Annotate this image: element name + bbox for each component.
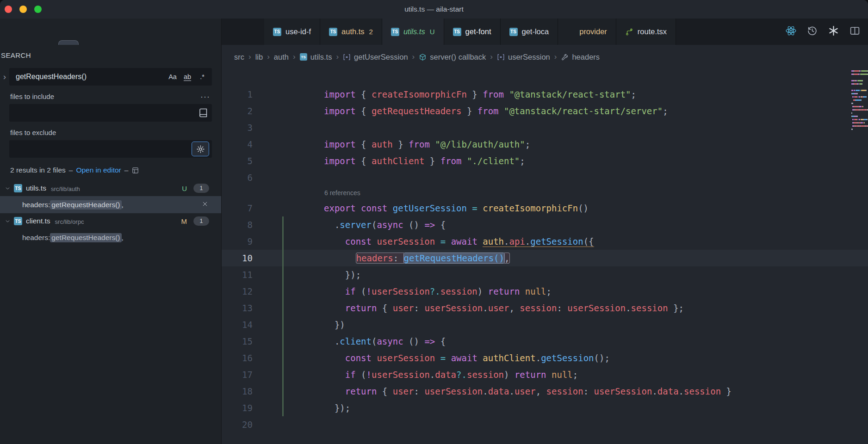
breadcrumb-item-userSession[interactable]: userSession — [497, 53, 550, 62]
tab-auth.ts[interactable]: TSauth.ts2 — [320, 18, 382, 45]
breadcrumb-item-utils.ts[interactable]: TSutils.ts — [300, 53, 332, 62]
exclude-settings-gear-icon[interactable] — [192, 142, 209, 156]
gutter — [253, 119, 324, 136]
code-line-5[interactable]: 5import { authClient } from "./client"; — [222, 153, 868, 169]
minimap[interactable] — [851, 70, 868, 135]
react-devtools-button[interactable] — [785, 25, 797, 38]
git-status-letter: M — [181, 217, 187, 225]
vscode-window: utils.ts — aila-start TSuse-id-fTSauth.t… — [0, 0, 868, 444]
history-icon — [806, 25, 818, 37]
tab-utils.ts[interactable]: TSutils.tsU — [382, 18, 444, 45]
line-number: 15 — [222, 333, 253, 350]
breadcrumb-separator: › — [412, 52, 415, 62]
code-line-3[interactable]: 3 — [222, 119, 868, 136]
code-text: .client(async () => { — [324, 333, 446, 350]
code-line-11[interactable]: 11 }); — [222, 266, 868, 283]
tab-provider[interactable]: provider — [558, 18, 616, 45]
search-details-dots-icon[interactable]: ··· — [200, 94, 210, 99]
tab-route.tsx[interactable]: route.tsx — [616, 18, 676, 45]
minimap-line — [851, 90, 868, 91]
search-input[interactable] — [15, 72, 164, 81]
close-window-button[interactable] — [5, 6, 12, 13]
zoom-window-button[interactable] — [34, 6, 42, 13]
tab-git-decoration: 2 — [369, 28, 373, 36]
match-case-toggle[interactable]: Aa — [167, 71, 179, 83]
code-line-14[interactable]: 14 }) — [222, 316, 868, 333]
code-line-12[interactable]: 12 if (!userSession?.session) return nul… — [222, 283, 868, 300]
timeline-history-button[interactable] — [806, 25, 818, 38]
toggle-replace-chevron-icon[interactable]: › — [0, 68, 9, 86]
code-line-10[interactable]: 10 headers: getRequestHeaders(), — [222, 250, 868, 266]
breadcrumb-item-server-callback[interactable]: server() callback — [419, 53, 486, 62]
line-number: 12 — [222, 283, 253, 300]
breadcrumb-item-auth[interactable]: auth — [274, 53, 289, 62]
code-line-2[interactable]: 2import { getRequestHeaders } from "@tan… — [222, 103, 868, 119]
tab-get-loca[interactable]: TSget-loca — [501, 18, 558, 45]
code-text: if (!userSession?.session) return null; — [324, 283, 552, 300]
breadcrumb-separator: › — [336, 52, 339, 62]
codelens-references[interactable]: 6 references — [222, 186, 868, 200]
minimap-line — [851, 83, 868, 85]
search-editor-icon[interactable] — [131, 166, 139, 174]
gutter — [253, 366, 324, 383]
breadcrumb-item-src[interactable]: src — [234, 53, 244, 62]
code-line-7[interactable]: 7export const getUserSession = createIso… — [222, 200, 868, 216]
tab-label: use-id-f — [285, 27, 311, 36]
match-prefix: headers: — [22, 201, 50, 209]
code-line-1[interactable]: 1import { createIsomorphicFn } from "@ta… — [222, 86, 868, 103]
breadcrumb-item-getUserSession[interactable]: getUserSession — [343, 53, 408, 62]
code-line-6[interactable]: 6 — [222, 169, 868, 186]
minimap-line — [851, 125, 868, 127]
code-line-19[interactable]: 19 }); — [222, 400, 868, 416]
chevron-down-icon — [5, 185, 11, 191]
git-added-gutter-bar — [282, 250, 284, 266]
breadcrumb-item-lib[interactable]: lib — [255, 53, 263, 62]
search-result-match-row[interactable]: headers: getRequestHeaders(), — [0, 196, 221, 213]
open-editors-book-icon[interactable] — [198, 107, 209, 118]
tab-get-font[interactable]: TSget-font — [444, 18, 501, 45]
code-text: return { user: userSession.data.user, se… — [324, 383, 732, 400]
line-number: 19 — [222, 400, 253, 416]
search-result-file-row[interactable]: TSutils.tssrc/lib/authU1 — [0, 180, 221, 196]
breadcrumb-item-headers[interactable]: headers — [561, 53, 600, 62]
code-line-9[interactable]: 9 const userSession = await auth.api.get… — [222, 233, 868, 250]
code-line-20[interactable]: 20 — [222, 416, 868, 433]
typescript-file-icon: TS — [273, 28, 281, 36]
files-exclude-input[interactable] — [15, 144, 192, 154]
code-line-4[interactable]: 4import { auth } from "@/lib/auth/auth"; — [222, 136, 868, 153]
search-result-file-row[interactable]: TSclient.tssrc/lib/orpcM1 — [0, 213, 221, 229]
code-editor[interactable]: 1import { createIsomorphicFn } from "@ta… — [222, 69, 868, 444]
code-line-16[interactable]: 16 const userSession = await authClient.… — [222, 350, 868, 366]
tab-use-id-f[interactable]: TSuse-id-f — [264, 18, 320, 45]
minimize-window-button[interactable] — [19, 6, 27, 13]
files-include-label: files to include — [10, 92, 54, 100]
breadcrumb-separator: › — [490, 52, 493, 62]
open-in-editor-link[interactable]: Open in editor — [76, 166, 121, 174]
dismiss-match-button[interactable] — [202, 201, 208, 209]
whole-word-toggle[interactable]: ab — [181, 71, 193, 83]
regex-toggle[interactable]: .* — [196, 71, 208, 83]
line-number: 7 — [222, 200, 253, 216]
chevron-down-icon — [5, 218, 11, 224]
code-line-17[interactable]: 17 if (!userSession.data?.session) retur… — [222, 366, 868, 383]
git-added-gutter-bar — [282, 383, 284, 400]
gutter — [253, 416, 324, 433]
files-include-input[interactable] — [15, 108, 198, 117]
code-line-18[interactable]: 18 return { user: userSession.data.user,… — [222, 383, 868, 400]
gutter — [253, 169, 324, 186]
breadcrumb-label: userSession — [508, 53, 550, 62]
openai-assistant-button[interactable] — [828, 25, 839, 38]
typescript-file-icon: TS — [509, 28, 518, 36]
search-result-match-row[interactable]: headers: getRequestHeaders(), — [0, 229, 221, 246]
gutter — [253, 250, 324, 266]
code-line-13[interactable]: 13 return { user: userSession.user, sess… — [222, 300, 868, 316]
panel-title: SEARCH — [1, 51, 221, 59]
code-line-15[interactable]: 15 .client(async () => { — [222, 333, 868, 350]
split-editor-button[interactable] — [849, 25, 861, 38]
match-suffix: , — [122, 234, 124, 242]
line-number: 16 — [222, 350, 253, 366]
minimap-line — [851, 116, 868, 117]
code-line-8[interactable]: 8 .server(async () => { — [222, 216, 868, 233]
symbol-namespace-icon — [419, 53, 427, 61]
titlebar[interactable]: utils.ts — aila-start — [0, 0, 868, 19]
